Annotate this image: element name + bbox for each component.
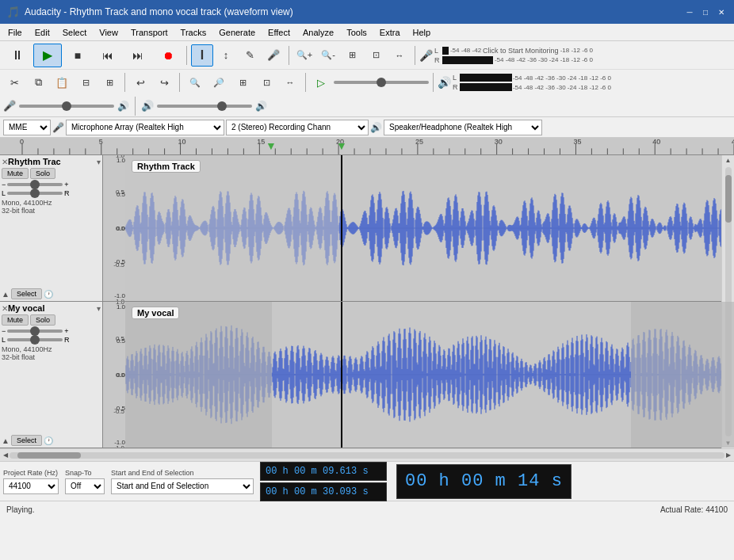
input-level-slider[interactable] <box>19 105 114 108</box>
selection-end-display[interactable]: 00 h 00 m 30.093 s <box>260 482 387 501</box>
play-button[interactable]: ▶ <box>33 44 62 67</box>
pan-slider-rhythm[interactable] <box>7 192 63 195</box>
playback-speed-slider[interactable] <box>334 81 429 84</box>
menu-generate[interactable]: Generate <box>212 24 262 40</box>
selection-tool-button[interactable]: I <box>191 44 213 67</box>
waveform-vocal[interactable]: My vocal 1.0 0.5 0.0 -0.5 -1.0 <box>103 302 734 448</box>
stop-button[interactable]: ■ <box>63 44 92 67</box>
scroll-left[interactable]: ◀ <box>2 451 10 459</box>
controls-row: 🎤 🔊 🔊 🔊 <box>0 95 734 117</box>
output-device-select[interactable]: Speaker/Headphone (Realtek High <box>384 120 542 135</box>
channels-select[interactable]: 2 (Stereo) Recording Chann <box>226 120 369 135</box>
zoom-tog2-button[interactable]: ↔ <box>279 71 301 93</box>
menu-analyze[interactable]: Analyze <box>296 24 340 40</box>
copy-button[interactable]: ⧉ <box>27 71 49 93</box>
clock-rhythm[interactable]: 🕐 <box>44 290 53 299</box>
menu-file[interactable]: File <box>2 24 29 40</box>
big-counter: 00 h 00 m 14 s <box>396 464 572 499</box>
close-button[interactable]: ✕ <box>715 6 728 18</box>
track-arrow-rhythm[interactable]: ▾ <box>97 158 101 166</box>
h-scrollbar: ◀ ▶ <box>0 448 734 461</box>
zoom-out2-button[interactable]: 🔎 <box>208 71 230 93</box>
rewind-button[interactable]: ⏮ <box>94 44 122 67</box>
fit-proj-button[interactable]: ⊞ <box>231 71 254 93</box>
v-scroll-up[interactable]: ▲ <box>725 155 732 166</box>
zoom-toggle-button[interactable]: ↔ <box>388 44 411 67</box>
project-rate-select[interactable]: 44100 <box>3 478 59 494</box>
click-monitor[interactable]: Click to Start Monitoring <box>483 47 559 55</box>
track-arrow-vocal[interactable]: ▾ <box>97 304 101 313</box>
zoom-sel-button[interactable]: ⊡ <box>365 44 387 67</box>
h-scrollbar-thumb[interactable] <box>17 452 81 459</box>
menu-view[interactable]: View <box>93 24 124 40</box>
cut-button[interactable]: ✂ <box>3 71 25 93</box>
solo-rhythm[interactable]: Solo <box>30 168 55 179</box>
out-scale-r: -54 -48 -42 -36 -30 -24 -18 -12 -6 0 <box>513 84 611 91</box>
undo-button[interactable]: ↩ <box>129 71 151 93</box>
menu-extra[interactable]: Extra <box>373 24 407 40</box>
speaker-device-icon: 🔊 <box>370 122 382 133</box>
scroll-right[interactable]: ▶ <box>724 451 732 459</box>
select-btn-vocal[interactable]: Select <box>11 435 42 446</box>
fit-sel2-button[interactable]: ⊡ <box>255 71 277 93</box>
snap-to-select[interactable]: Off <box>65 478 105 494</box>
menu-help[interactable]: Help <box>407 24 438 40</box>
pan-slider-vocal[interactable] <box>7 338 63 341</box>
selection-start-display[interactable]: 00 h 00 m 09.613 s <box>260 462 387 481</box>
toolbar-sep-2 <box>289 46 289 65</box>
forward-button[interactable]: ⏭ <box>124 44 152 67</box>
draw-tool-button[interactable]: ✎ <box>239 44 261 67</box>
mute-vocal[interactable]: Mute <box>2 314 29 326</box>
menu-edit[interactable]: Edit <box>29 24 56 40</box>
host-select[interactable]: MME <box>3 120 51 135</box>
selection-type-select[interactable]: Start and End of Selection <box>111 478 254 494</box>
zoom-in-button[interactable]: 🔍+ <box>293 44 315 67</box>
timeline-canvas <box>0 138 734 154</box>
timeline[interactable]: ▼ ▼ <box>0 138 734 155</box>
mute-rhythm[interactable]: Mute <box>2 168 29 179</box>
envelope-tool-button[interactable]: ↕ <box>215 44 237 67</box>
menu-tools[interactable]: Tools <box>340 24 373 40</box>
playhead-arrow: ▼ <box>336 139 347 152</box>
menu-effect[interactable]: Effect <box>262 24 296 40</box>
track-info-vocal: Mono, 44100Hz32-bit float <box>2 345 101 361</box>
app-icon: 🎵 <box>6 6 20 18</box>
pause-button[interactable]: ⏸ <box>3 44 32 67</box>
record-tool-button[interactable]: 🎤 <box>262 44 285 67</box>
pan-R-rhythm: R <box>64 189 70 197</box>
clock-vocal[interactable]: 🕐 <box>44 436 53 445</box>
solo-vocal[interactable]: Solo <box>30 314 55 326</box>
zoom-in2-button[interactable]: 🔍 <box>184 71 206 93</box>
h-scrollbar-track[interactable] <box>10 452 724 459</box>
record-button[interactable]: ⏺ <box>154 44 182 67</box>
redo-button[interactable]: ↪ <box>153 71 175 93</box>
silence-button[interactable]: ⊞ <box>98 71 120 93</box>
zoom-out-button[interactable]: 🔍- <box>317 44 339 67</box>
track-close-vocal[interactable]: ✕ <box>2 304 8 313</box>
menu-tracks[interactable]: Tracks <box>174 24 213 40</box>
output-L: L <box>453 74 459 82</box>
track-close-rhythm[interactable]: ✕ <box>2 158 8 166</box>
v-scrollbar-thumb[interactable] <box>725 175 732 223</box>
title-text: Audacity - Rhythm Track and mono vocal t… <box>25 6 293 17</box>
trim-button[interactable]: ⊟ <box>75 71 97 93</box>
menu-select[interactable]: Select <box>56 24 94 40</box>
fit-zoom-button[interactable]: ⊞ <box>341 44 363 67</box>
expand-vocal[interactable]: ▲ <box>2 436 10 445</box>
gain-slider-vocal[interactable] <box>7 330 63 333</box>
maximize-button[interactable]: □ <box>699 6 712 18</box>
paste-button[interactable]: 📋 <box>51 71 73 93</box>
expand-rhythm[interactable]: ▲ <box>2 290 10 299</box>
waveform-rhythm[interactable]: Rhythm Track 1.0 0.5 0.0 -0.5 -1.0 <box>103 155 734 301</box>
minimize-button[interactable]: ─ <box>683 6 696 18</box>
select-btn-rhythm[interactable]: Select <box>11 288 42 299</box>
toolbar-sep-4 <box>124 73 125 92</box>
main-content: ✕ Rhythm Trac ▾ Mute Solo − + L R Mono, … <box>0 155 734 448</box>
toolbar-sep-3 <box>415 46 415 65</box>
play-at-speed-button[interactable]: ▷ <box>310 71 332 93</box>
input-device-select[interactable]: Microphone Array (Realtek High <box>66 120 224 135</box>
output-level-slider[interactable] <box>157 105 252 108</box>
track-name-rhythm: Rhythm Trac <box>8 157 97 166</box>
menu-transport[interactable]: Transport <box>124 24 174 40</box>
gain-slider-rhythm[interactable] <box>7 183 63 186</box>
